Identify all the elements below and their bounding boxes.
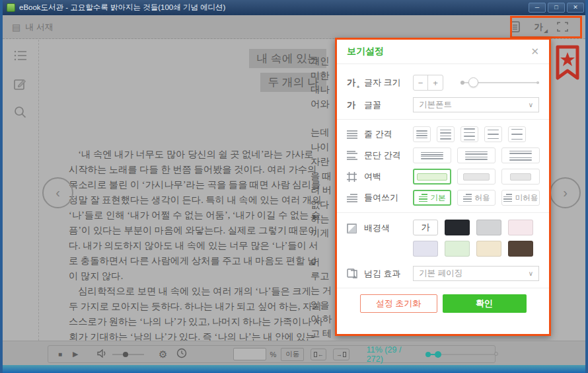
book-text-line: 스스로가 원하는 ‘나의 나’가 있고, 나머지 하나는 가족이나 사 xyxy=(69,314,328,329)
reading-progress-slider[interactable] xyxy=(425,354,495,355)
search-icon[interactable] xyxy=(14,106,27,119)
paragraph-spacing-icon xyxy=(347,151,358,161)
gear-icon[interactable]: ⚙ xyxy=(159,349,167,360)
book-text-line: 픔’이 있다는 부분이 마음에 와닿는다. 실제로 그렇기 때문이 xyxy=(69,223,328,238)
page-effect-dropdown[interactable]: 기본 페이징 ∨ xyxy=(413,266,539,281)
background-color-swatch[interactable] xyxy=(508,220,533,235)
line-spacing-option[interactable] xyxy=(413,126,431,142)
book-text-line: 목소리로 불린 이 ‘가시나무’라는 곡을 들을 때면 사람 심리를 xyxy=(69,177,328,192)
margin-icon xyxy=(347,172,358,182)
my-library-label: 내 서재 xyxy=(25,21,54,33)
my-library-button[interactable]: ▤ 내 서재 xyxy=(12,21,54,33)
reset-settings-button[interactable]: 설정 초기화 xyxy=(360,294,437,313)
page-effect-label: 넘김 효과 xyxy=(364,268,401,280)
indent-label: 들여쓰기 xyxy=(364,192,398,204)
indent-option[interactable]: 기본 xyxy=(413,190,451,206)
window-frame-bottom xyxy=(0,365,588,373)
go-button[interactable]: 이동 xyxy=(281,348,304,361)
paragraph-spacing-row: 문단 간격 xyxy=(347,147,539,163)
font-family-icon: 가 xyxy=(347,100,358,110)
note-edit-icon[interactable] xyxy=(14,78,27,91)
minimize-button[interactable]: ─ xyxy=(529,3,546,13)
font-size-stepper: − + xyxy=(413,75,443,91)
previous-page-button[interactable]: ‹ xyxy=(42,177,73,208)
font-size-decrease-button[interactable]: − xyxy=(414,75,428,90)
toolbar-highlight-annotation xyxy=(510,16,582,38)
percent-input[interactable] xyxy=(233,348,266,360)
background-color-swatch[interactable]: 가 xyxy=(413,220,438,235)
progress-slider-thumb[interactable] xyxy=(435,351,441,358)
font-family-row: 가 글꼴 기본폰트 ∨ xyxy=(347,97,539,112)
book-text-line: ‘내 속엔 내가 너무도 많아 당신의 쉴 곳 없네’라는 가사로 xyxy=(69,147,328,162)
background-color-swatch[interactable] xyxy=(476,241,501,257)
close-button[interactable]: ✕ xyxy=(567,3,584,13)
indent-row: 들여쓰기 기본허용미허용 xyxy=(347,190,539,206)
panel-close-icon[interactable]: ✕ xyxy=(531,46,539,58)
background-color-swatch[interactable] xyxy=(476,220,501,235)
volume-slider-thumb[interactable] xyxy=(123,352,128,357)
page-effect-value: 기본 페이징 xyxy=(419,268,462,279)
paragraph-spacing-option[interactable] xyxy=(413,147,451,163)
library-icon: ▤ xyxy=(12,22,20,32)
volume-icon xyxy=(97,349,107,360)
line-spacing-option[interactable] xyxy=(484,126,502,142)
font-size-row: 가+ 글자 크기 − + xyxy=(347,75,539,91)
bottom-toolbar: ■ ▶ ⚙ % 이동 ← → 11% (29 / 272) xyxy=(3,341,585,365)
tts-play-button[interactable]: ▶ xyxy=(73,350,78,358)
next-page-button[interactable]: › xyxy=(550,177,581,208)
timer-icon[interactable] xyxy=(176,348,187,361)
book-text-line: 정말 잘 표현했다는 생각이 든다. 특히 내 속에 있는 여러 개의 xyxy=(69,192,328,208)
margin-label: 여백 xyxy=(364,171,381,183)
book-text-line: 로 충돌하면서 다른 사람에게 상처를 주고 내 마음도 편할 날 xyxy=(69,253,328,269)
tts-stop-button[interactable]: ■ xyxy=(58,351,62,358)
book-left-column: ‘내 속엔 내가 너무도 많아 당신의 쉴 곳 없네’라는 가사로시작하는 노래… xyxy=(69,147,328,345)
book-text-line: 이 많지 않다. xyxy=(69,269,328,284)
indent-option[interactable]: 미허용 xyxy=(501,190,540,206)
paragraph-spacing-label: 문단 간격 xyxy=(364,149,401,161)
font-size-slider[interactable] xyxy=(460,82,539,83)
maximize-button[interactable]: □ xyxy=(548,3,565,13)
margin-option[interactable] xyxy=(501,169,540,185)
book-text-line: ‘나’들로 인해 ‘내가 어쩔 수 없는 어둠’, ‘내가 이길 수 없는 슬 xyxy=(69,208,328,223)
font-size-slider-thumb[interactable] xyxy=(468,77,478,87)
font-size-label: 글자 크기 xyxy=(364,77,401,89)
indent-icon xyxy=(347,193,358,203)
font-size-increase-button[interactable]: + xyxy=(428,75,443,90)
view-settings-panel: 보기설정 ✕ 가+ 글자 크기 − + xyxy=(335,38,551,336)
volume-slider[interactable] xyxy=(112,354,145,355)
margin-option[interactable] xyxy=(457,169,496,185)
line-spacing-row: 줄 간격 xyxy=(347,126,539,142)
line-spacing-icon xyxy=(347,130,358,140)
background-color-swatch[interactable] xyxy=(445,220,470,235)
title-bar: eBook도서관 - 고요할수록 밝아지는 것들(100쇄 기념 에디션) ─ … xyxy=(0,0,588,15)
indent-option[interactable]: 허용 xyxy=(457,190,496,206)
line-spacing-option[interactable] xyxy=(437,126,455,142)
percent-symbol: % xyxy=(270,351,277,358)
table-of-contents-icon[interactable] xyxy=(14,50,27,63)
background-color-icon xyxy=(347,224,358,233)
panel-header: 보기설정 ✕ xyxy=(337,40,549,64)
book-text-line: 두 가지로 모아지는 듯하다. 하나는 내가 되고 싶어 하는, 자기 xyxy=(69,299,328,314)
line-spacing-option[interactable] xyxy=(508,126,526,142)
ebook-reader-window: eBook도서관 - 고요할수록 밝아지는 것들(100쇄 기념 에디션) ─ … xyxy=(0,0,588,373)
panel-title: 보기설정 xyxy=(347,46,384,58)
margin-row: 여백 xyxy=(347,169,539,185)
background-color-swatch[interactable] xyxy=(508,241,533,257)
margin-option[interactable] xyxy=(413,169,451,185)
paragraph-spacing-option[interactable] xyxy=(501,147,540,163)
font-family-dropdown[interactable]: 기본폰트 ∨ xyxy=(413,97,539,112)
confirm-button[interactable]: 확인 xyxy=(443,294,527,313)
bookmark-ribbon-icon[interactable] xyxy=(556,45,579,87)
line-spacing-option[interactable] xyxy=(460,126,478,142)
line-spacing-label: 줄 간격 xyxy=(364,128,392,140)
background-color-label: 배경색 xyxy=(364,222,390,234)
top-toolbar: ▤ 내 서재 가◢ xyxy=(3,15,585,39)
paragraph-spacing-option[interactable] xyxy=(457,147,496,163)
font-size-icon: 가+ xyxy=(347,78,358,88)
jump-to-start-button[interactable]: ← xyxy=(311,349,326,360)
book-text-line: 시작하는 노래를 다들 한 번쯤 들어봤을 것이다. 여러 가수의 xyxy=(69,162,328,177)
background-color-swatch[interactable] xyxy=(413,241,438,257)
left-sidebar xyxy=(3,40,39,341)
jump-to-end-button[interactable]: → xyxy=(333,349,349,360)
background-color-swatch[interactable] xyxy=(445,241,470,257)
